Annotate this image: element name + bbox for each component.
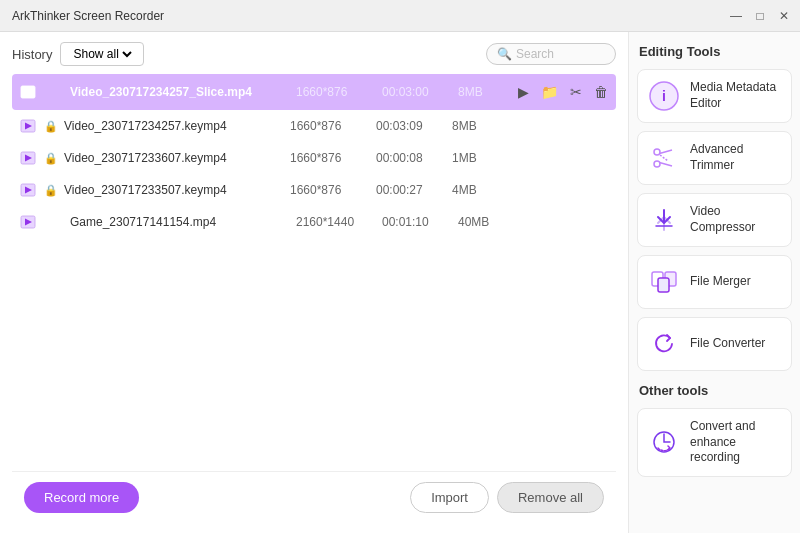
left-panel: History Show all 🔍 Video_230717234257_Sl… <box>0 32 628 533</box>
record-more-button[interactable]: Record more <box>24 482 139 513</box>
main-content: History Show all 🔍 Video_230717234257_Sl… <box>0 32 800 533</box>
clip-button[interactable]: ✂ <box>568 82 584 102</box>
file-name: Video_230717233507.keymp4 <box>64 183 284 197</box>
file-name: Game_230717141154.mp4 <box>70 215 290 229</box>
file-converter-label: File Converter <box>690 336 765 352</box>
lock-icon: 🔒 <box>44 120 58 133</box>
svg-point-13 <box>654 149 660 155</box>
file-type-icon <box>18 150 38 166</box>
advanced-trimmer-label: Advanced Trimmer <box>690 142 781 173</box>
file-size: 1MB <box>452 151 502 165</box>
play-button[interactable]: ▶ <box>516 82 531 102</box>
file-duration: 00:01:10 <box>382 215 452 229</box>
svg-line-16 <box>660 163 673 167</box>
table-row[interactable]: Video_230717234257_Slice.mp4 1660*876 00… <box>12 74 616 110</box>
search-icon: 🔍 <box>497 47 512 61</box>
media-metadata-editor-card[interactable]: i Media Metadata Editor <box>637 69 792 123</box>
file-type-icon <box>18 84 38 100</box>
table-row[interactable]: Game_230717141154.mp4 2160*1440 00:01:10… <box>12 206 616 238</box>
filter-select[interactable]: Show all <box>69 46 135 62</box>
video-compressor-card[interactable]: Video Compressor <box>637 193 792 247</box>
show-all-dropdown[interactable]: Show all <box>60 42 144 66</box>
search-input[interactable] <box>516 47 606 61</box>
history-label: History <box>12 47 52 62</box>
window-controls: — □ ✕ <box>728 8 792 24</box>
video-compressor-icon <box>648 204 680 236</box>
file-size: 8MB <box>458 85 508 99</box>
file-name: Video_230717233607.keymp4 <box>64 151 284 165</box>
video-compressor-label: Video Compressor <box>690 204 781 235</box>
file-resolution: 1660*876 <box>290 151 370 165</box>
file-merger-icon <box>648 266 680 298</box>
file-actions: ▶ 📁 ✂ 🗑 <box>516 82 610 102</box>
metadata-editor-icon: i <box>648 80 680 112</box>
svg-text:i: i <box>662 88 666 104</box>
file-resolution: 1660*876 <box>290 183 370 197</box>
delete-button[interactable]: 🗑 <box>592 82 610 102</box>
file-duration: 00:00:08 <box>376 151 446 165</box>
file-size: 40MB <box>458 215 508 229</box>
toolbar: History Show all 🔍 <box>12 42 616 66</box>
file-list: Video_230717234257_Slice.mp4 1660*876 00… <box>12 74 616 471</box>
file-type-icon <box>18 214 38 230</box>
minimize-button[interactable]: — <box>728 8 744 24</box>
file-merger-label: File Merger <box>690 274 751 290</box>
lock-icon: 🔒 <box>44 184 58 197</box>
table-row[interactable]: 🔒 Video_230717233607.keymp4 1660*876 00:… <box>12 142 616 174</box>
table-row[interactable]: 🔒 Video_230717233507.keymp4 1660*876 00:… <box>12 174 616 206</box>
titlebar: ArkThinker Screen Recorder — □ ✕ <box>0 0 800 32</box>
svg-rect-21 <box>658 278 669 292</box>
file-resolution: 1660*876 <box>296 85 376 99</box>
file-duration: 00:03:00 <box>382 85 452 99</box>
file-size: 4MB <box>452 183 502 197</box>
remove-all-button[interactable]: Remove all <box>497 482 604 513</box>
file-duration: 00:03:09 <box>376 119 446 133</box>
lock-icon: 🔒 <box>44 152 58 165</box>
svg-point-14 <box>654 161 660 167</box>
advanced-trimmer-card[interactable]: Advanced Trimmer <box>637 131 792 185</box>
search-box[interactable]: 🔍 <box>486 43 616 65</box>
file-type-icon <box>18 118 38 134</box>
file-resolution: 2160*1440 <box>296 215 376 229</box>
maximize-button[interactable]: □ <box>752 8 768 24</box>
editing-tools-title: Editing Tools <box>637 44 792 59</box>
advanced-trimmer-icon <box>648 142 680 174</box>
bottom-right-buttons: Import Remove all <box>410 482 604 513</box>
close-button[interactable]: ✕ <box>776 8 792 24</box>
table-row[interactable]: 🔒 Video_230717234257.keymp4 1660*876 00:… <box>12 110 616 142</box>
other-tools-title: Other tools <box>637 383 792 398</box>
file-name: Video_230717234257.keymp4 <box>64 119 284 133</box>
metadata-editor-label: Media Metadata Editor <box>690 80 781 111</box>
file-size: 8MB <box>452 119 502 133</box>
file-converter-icon <box>648 328 680 360</box>
right-panel: Editing Tools i Media Metadata Editor <box>628 32 800 533</box>
import-button[interactable]: Import <box>410 482 489 513</box>
bottom-bar: Record more Import Remove all <box>12 471 616 523</box>
file-converter-card[interactable]: File Converter <box>637 317 792 371</box>
convert-enhance-icon <box>648 426 680 458</box>
file-duration: 00:00:27 <box>376 183 446 197</box>
folder-button[interactable]: 📁 <box>539 82 560 102</box>
file-resolution: 1660*876 <box>290 119 370 133</box>
file-type-icon <box>18 182 38 198</box>
file-name: Video_230717234257_Slice.mp4 <box>70 85 290 99</box>
svg-line-15 <box>660 150 673 154</box>
file-merger-card[interactable]: File Merger <box>637 255 792 309</box>
svg-line-17 <box>660 155 668 161</box>
convert-enhance-label: Convert and enhance recording <box>690 419 781 466</box>
app-title: ArkThinker Screen Recorder <box>12 9 164 23</box>
convert-enhance-card[interactable]: Convert and enhance recording <box>637 408 792 477</box>
